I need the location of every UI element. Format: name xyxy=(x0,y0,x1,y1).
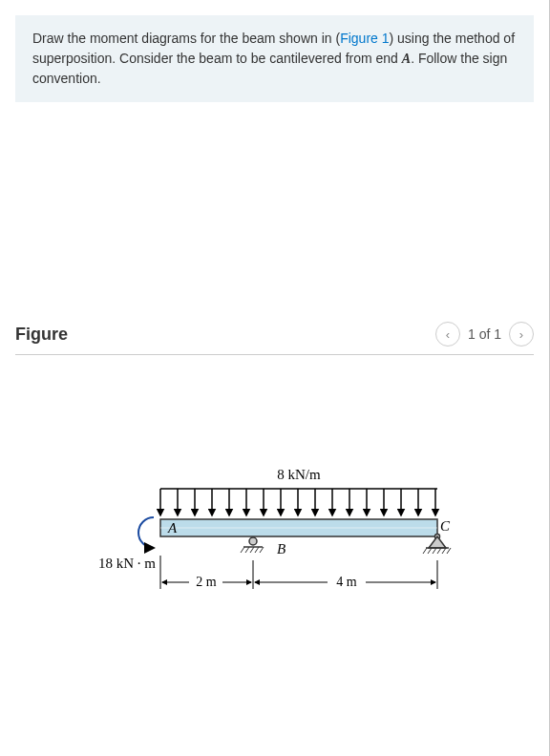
figure-header: Figure ‹ 1 of 1 › xyxy=(15,322,534,355)
svg-line-27 xyxy=(255,547,259,553)
point-A-label: A xyxy=(167,520,178,536)
svg-point-22 xyxy=(249,537,257,545)
figure-pager: ‹ 1 of 1 › xyxy=(435,322,534,346)
svg-line-31 xyxy=(423,548,427,554)
svg-line-35 xyxy=(442,548,446,554)
chevron-right-icon: › xyxy=(519,327,523,342)
beam-svg: 8 kN/m A 18 kN · m B xyxy=(94,451,456,622)
pager-count: 1 of 1 xyxy=(468,326,501,342)
problem-text: Draw the moment diagrams for the beam sh… xyxy=(32,31,340,46)
figure-reference-link[interactable]: Figure 1 xyxy=(340,31,389,46)
svg-line-36 xyxy=(447,548,451,554)
dimension-2m: 2 m xyxy=(196,575,217,589)
prev-figure-button[interactable]: ‹ xyxy=(435,322,460,346)
next-figure-button[interactable]: › xyxy=(509,322,534,346)
svg-line-33 xyxy=(433,548,436,554)
beam-diagram: 8 kN/m A 18 kN · m B xyxy=(15,451,534,699)
svg-line-25 xyxy=(245,547,249,553)
svg-line-26 xyxy=(250,547,254,553)
svg-line-24 xyxy=(241,547,244,553)
distributed-load-label: 8 kN/m xyxy=(277,467,321,482)
dimension-4m: 4 m xyxy=(336,575,357,589)
chevron-left-icon: ‹ xyxy=(446,327,450,342)
moment-label: 18 kN · m xyxy=(98,556,156,571)
point-B-label: B xyxy=(277,541,286,556)
figure-title: Figure xyxy=(15,325,68,345)
problem-statement: Draw the moment diagrams for the beam sh… xyxy=(15,15,534,102)
math-variable-A: A xyxy=(402,52,411,66)
point-C-label: C xyxy=(440,518,451,534)
svg-line-34 xyxy=(437,548,441,554)
svg-line-28 xyxy=(260,547,264,553)
svg-line-32 xyxy=(428,548,432,554)
